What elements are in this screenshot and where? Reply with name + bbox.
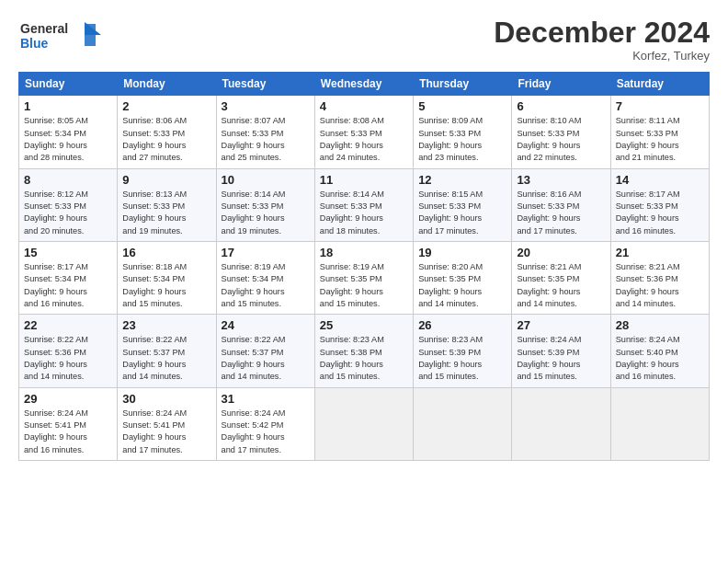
day-number: 30 — [122, 392, 210, 406]
calendar-cell-14: 14Sunrise: 8:17 AM Sunset: 5:33 PM Dayli… — [610, 168, 709, 241]
logo: General Blue — [18, 17, 101, 61]
calendar-cell-23: 23Sunrise: 8:22 AM Sunset: 5:37 PM Dayli… — [118, 315, 216, 387]
day-info: Sunrise: 8:18 AM Sunset: 5:34 PM Dayligh… — [122, 261, 210, 310]
day-number: 11 — [320, 173, 408, 187]
logo-text: General Blue — [18, 17, 101, 61]
title-block: December 2024 Korfez, Turkey — [494, 17, 710, 63]
calendar-cell-27: 27Sunrise: 8:24 AM Sunset: 5:39 PM Dayli… — [512, 315, 610, 387]
day-number: 15 — [24, 246, 112, 259]
day-info: Sunrise: 8:14 AM Sunset: 5:33 PM Dayligh… — [320, 189, 408, 237]
calendar-cell-18: 18Sunrise: 8:19 AM Sunset: 5:35 PM Dayli… — [314, 241, 413, 314]
calendar-header-row: Sunday Monday Tuesday Wednesday Thursday… — [19, 73, 710, 96]
day-number: 20 — [517, 246, 605, 259]
svg-text:Blue: Blue — [20, 36, 49, 51]
day-number: 5 — [418, 99, 506, 113]
day-number: 6 — [517, 99, 605, 113]
calendar-cell-28: 28Sunrise: 8:24 AM Sunset: 5:40 PM Dayli… — [610, 315, 709, 387]
calendar-cell-33 — [414, 387, 512, 460]
calendar-cell-1: 1Sunrise: 8:05 AM Sunset: 5:34 PM Daylig… — [19, 96, 118, 168]
calendar-cell-6: 6Sunrise: 8:10 AM Sunset: 5:33 PM Daylig… — [512, 96, 610, 168]
col-wednesday: Wednesday — [314, 73, 413, 96]
calendar-cell-5: 5Sunrise: 8:09 AM Sunset: 5:33 PM Daylig… — [414, 96, 512, 168]
day-number: 25 — [320, 318, 408, 332]
header: General Blue December 2024 Korfez, Turke… — [18, 17, 710, 63]
calendar-cell-20: 20Sunrise: 8:21 AM Sunset: 5:35 PM Dayli… — [512, 241, 610, 314]
day-number: 1 — [24, 99, 112, 113]
calendar-cell-31: 31Sunrise: 8:24 AM Sunset: 5:42 PM Dayli… — [216, 387, 314, 460]
day-number: 18 — [320, 246, 408, 259]
day-info: Sunrise: 8:15 AM Sunset: 5:33 PM Dayligh… — [418, 189, 506, 237]
day-info: Sunrise: 8:11 AM Sunset: 5:33 PM Dayligh… — [616, 115, 704, 164]
col-sunday: Sunday — [19, 73, 118, 96]
day-number: 24 — [222, 318, 310, 332]
day-info: Sunrise: 8:17 AM Sunset: 5:33 PM Dayligh… — [616, 189, 704, 237]
location: Korfez, Turkey — [494, 49, 710, 63]
day-number: 9 — [122, 173, 210, 187]
day-number: 10 — [222, 173, 310, 187]
svg-text:General: General — [20, 21, 68, 36]
day-number: 29 — [24, 392, 112, 406]
day-number: 26 — [418, 318, 506, 332]
day-info: Sunrise: 8:24 AM Sunset: 5:41 PM Dayligh… — [24, 408, 112, 456]
col-monday: Monday — [118, 73, 216, 96]
day-number: 12 — [418, 173, 506, 187]
day-number: 23 — [122, 318, 210, 332]
day-number: 21 — [616, 246, 704, 259]
day-info: Sunrise: 8:14 AM Sunset: 5:33 PM Dayligh… — [222, 189, 310, 237]
day-info: Sunrise: 8:13 AM Sunset: 5:33 PM Dayligh… — [122, 189, 210, 237]
calendar-cell-12: 12Sunrise: 8:15 AM Sunset: 5:33 PM Dayli… — [414, 168, 512, 241]
day-info: Sunrise: 8:20 AM Sunset: 5:35 PM Dayligh… — [418, 261, 506, 310]
day-info: Sunrise: 8:23 AM Sunset: 5:38 PM Dayligh… — [320, 334, 408, 383]
calendar-cell-17: 17Sunrise: 8:19 AM Sunset: 5:34 PM Dayli… — [216, 241, 314, 314]
day-info: Sunrise: 8:24 AM Sunset: 5:39 PM Dayligh… — [517, 334, 605, 383]
day-info: Sunrise: 8:09 AM Sunset: 5:33 PM Dayligh… — [418, 115, 506, 164]
calendar-cell-26: 26Sunrise: 8:23 AM Sunset: 5:39 PM Dayli… — [414, 315, 512, 387]
day-info: Sunrise: 8:10 AM Sunset: 5:33 PM Dayligh… — [517, 115, 605, 164]
day-info: Sunrise: 8:06 AM Sunset: 5:33 PM Dayligh… — [122, 115, 210, 164]
day-info: Sunrise: 8:08 AM Sunset: 5:33 PM Dayligh… — [320, 115, 408, 164]
day-number: 7 — [616, 99, 704, 113]
calendar-cell-11: 11Sunrise: 8:14 AM Sunset: 5:33 PM Dayli… — [314, 168, 413, 241]
day-number: 22 — [24, 318, 112, 332]
col-tuesday: Tuesday — [216, 73, 314, 96]
day-info: Sunrise: 8:22 AM Sunset: 5:37 PM Dayligh… — [122, 334, 210, 383]
calendar-cell-10: 10Sunrise: 8:14 AM Sunset: 5:33 PM Dayli… — [216, 168, 314, 241]
day-info: Sunrise: 8:24 AM Sunset: 5:41 PM Dayligh… — [122, 408, 210, 456]
day-info: Sunrise: 8:22 AM Sunset: 5:36 PM Dayligh… — [24, 334, 112, 383]
calendar-cell-16: 16Sunrise: 8:18 AM Sunset: 5:34 PM Dayli… — [118, 241, 216, 314]
day-info: Sunrise: 8:24 AM Sunset: 5:40 PM Dayligh… — [616, 334, 704, 383]
day-info: Sunrise: 8:16 AM Sunset: 5:33 PM Dayligh… — [517, 189, 605, 237]
day-number: 4 — [320, 99, 408, 113]
calendar-cell-30: 30Sunrise: 8:24 AM Sunset: 5:41 PM Dayli… — [118, 387, 216, 460]
calendar-cell-32 — [314, 387, 413, 460]
day-number: 27 — [517, 318, 605, 332]
day-info: Sunrise: 8:05 AM Sunset: 5:34 PM Dayligh… — [24, 115, 112, 164]
day-number: 31 — [222, 392, 310, 406]
calendar-cell-3: 3Sunrise: 8:07 AM Sunset: 5:33 PM Daylig… — [216, 96, 314, 168]
col-saturday: Saturday — [610, 73, 709, 96]
calendar-cell-19: 19Sunrise: 8:20 AM Sunset: 5:35 PM Dayli… — [414, 241, 512, 314]
calendar-cell-15: 15Sunrise: 8:17 AM Sunset: 5:34 PM Dayli… — [19, 241, 118, 314]
day-info: Sunrise: 8:19 AM Sunset: 5:34 PM Dayligh… — [222, 261, 310, 310]
week-row-4: 22Sunrise: 8:22 AM Sunset: 5:36 PM Dayli… — [19, 315, 710, 387]
day-number: 28 — [616, 318, 704, 332]
calendar-cell-8: 8Sunrise: 8:12 AM Sunset: 5:33 PM Daylig… — [19, 168, 118, 241]
day-info: Sunrise: 8:21 AM Sunset: 5:35 PM Dayligh… — [517, 261, 605, 310]
week-row-3: 15Sunrise: 8:17 AM Sunset: 5:34 PM Dayli… — [19, 241, 710, 314]
week-row-1: 1Sunrise: 8:05 AM Sunset: 5:34 PM Daylig… — [19, 96, 710, 168]
calendar-cell-25: 25Sunrise: 8:23 AM Sunset: 5:38 PM Dayli… — [314, 315, 413, 387]
day-info: Sunrise: 8:07 AM Sunset: 5:33 PM Dayligh… — [222, 115, 310, 164]
day-number: 3 — [222, 99, 310, 113]
col-friday: Friday — [512, 73, 610, 96]
calendar-cell-35 — [610, 387, 709, 460]
calendar-table: Sunday Monday Tuesday Wednesday Thursday… — [18, 72, 710, 461]
col-thursday: Thursday — [414, 73, 512, 96]
calendar-cell-2: 2Sunrise: 8:06 AM Sunset: 5:33 PM Daylig… — [118, 96, 216, 168]
day-number: 8 — [24, 173, 112, 187]
calendar-cell-13: 13Sunrise: 8:16 AM Sunset: 5:33 PM Dayli… — [512, 168, 610, 241]
calendar-cell-34 — [512, 387, 610, 460]
day-number: 13 — [517, 173, 605, 187]
day-info: Sunrise: 8:22 AM Sunset: 5:37 PM Dayligh… — [222, 334, 310, 383]
day-info: Sunrise: 8:23 AM Sunset: 5:39 PM Dayligh… — [418, 334, 506, 383]
day-number: 19 — [418, 246, 506, 259]
